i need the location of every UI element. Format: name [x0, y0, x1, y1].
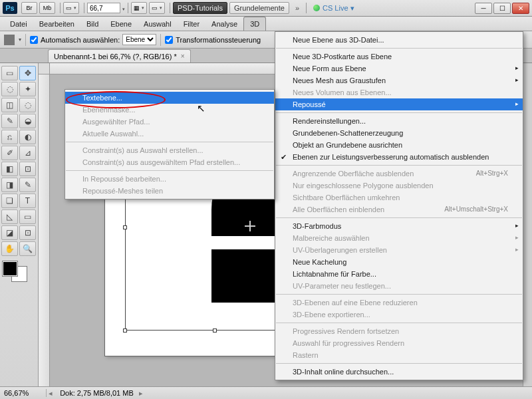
tool-4[interactable]: ◫: [1, 98, 18, 112]
menu-item-auswahl-f-r-progressives-rendern: Auswahl für progressives Rendern: [275, 337, 523, 349]
tool-9[interactable]: ◐: [19, 130, 36, 144]
overflow-icon[interactable]: »: [295, 4, 299, 12]
menubar: DateiBearbeitenBildEbeneAuswahlFilterAna…: [0, 17, 532, 31]
right-dock[interactable]: [523, 63, 532, 386]
zoom-field[interactable]: 66,7: [87, 3, 120, 13]
close-button[interactable]: ✕: [512, 3, 529, 14]
tool-18[interactable]: ◺: [1, 209, 18, 224]
menu-item-rendereinstellungen[interactable]: Rendereinstellungen...: [275, 115, 523, 127]
menu-item-neue-3d-postkarte-aus-ebene[interactable]: Neue 3D-Postkarte aus Ebene: [275, 51, 523, 63]
menu-item-nur-eingeschlossene-polygone-ausblenden: Nur eingeschlossene Polygone ausblenden: [275, 180, 523, 192]
chevron-down-icon[interactable]: ▾: [19, 37, 21, 43]
status-doc-size[interactable]: Dok: 2,75 MB/8,01 MB: [55, 389, 139, 397]
tool-6[interactable]: ✎: [1, 114, 18, 128]
menu-item-malbereiche-ausw-hlen: Malbereiche auswählen: [275, 232, 523, 244]
auto-select-checkbox[interactable]: [30, 36, 38, 44]
maximize-button[interactable]: ☐: [493, 3, 511, 14]
menu-item-ebenenmaske: Ebenenmaske...: [65, 104, 274, 116]
transform-controls-option[interactable]: Transformationssteuerung: [165, 36, 261, 44]
tool-12[interactable]: ◧: [1, 162, 18, 176]
tool-1[interactable]: ✥: [19, 66, 36, 80]
menu-item-neues-volumen-aus-ebenen: Neues Volumen aus Ebenen...: [275, 86, 523, 98]
tool-19[interactable]: ▭: [19, 209, 36, 224]
ruler-vertical: [39, 74, 50, 386]
tool-5[interactable]: ◌: [19, 98, 36, 112]
chevron-left-icon[interactable]: ◂: [47, 389, 55, 398]
tool-23[interactable]: 🔍: [19, 241, 36, 256]
menu-item-objekt-an-grundebene-ausrichten[interactable]: Objekt an Grundebene ausrichten: [275, 139, 523, 151]
menu-item-lichtabnahme-f-r-farbe[interactable]: Lichtabnahme für Farbe...: [275, 268, 523, 280]
menu-3d-dropdown: Neue Ebene aus 3D-Datei...Neue 3D-Postka…: [275, 31, 523, 380]
auto-select-dropdown[interactable]: Ebene: [122, 34, 156, 45]
tool-15[interactable]: ✎: [19, 178, 36, 192]
tool-13[interactable]: ⊡: [19, 162, 36, 176]
menu-item-3d-ebene-exportieren: 3D-Ebene exportieren...: [275, 309, 523, 321]
menu-item-grundebenen-schattenerzeugung[interactable]: Grundebenen-Schattenerzeugung: [275, 127, 523, 139]
cs-live-button[interactable]: CS Live ▾: [313, 4, 354, 13]
tool-22[interactable]: ✋: [1, 241, 18, 256]
menu-item-angrenzende-oberfl-che-ausblenden: Angrenzende Oberfläche ausblendenAlt+Str…: [275, 168, 523, 180]
minibridge-button[interactable]: Mb: [39, 2, 55, 14]
move-tool-icon: [4, 35, 15, 45]
menu-item-uv-parameter-neu-festlegen: UV-Parameter neu festlegen...: [275, 280, 523, 292]
menu-datei[interactable]: Datei: [4, 17, 33, 31]
psd-tutorials-button[interactable]: PSD-Tutorials: [173, 2, 227, 14]
menu-auswahl[interactable]: Auswahl: [138, 17, 178, 31]
menu-analyse[interactable]: Analyse: [205, 17, 243, 31]
menu-item-3d-farbmodus[interactable]: 3D-Farbmodus: [275, 220, 523, 232]
tool-20[interactable]: ◪: [1, 225, 18, 240]
menu-item-3d-inhalt-online-durchsuchen[interactable]: 3D-Inhalt online durchsuchen...: [275, 366, 523, 378]
menu-3d[interactable]: 3D: [243, 17, 266, 31]
tool-0[interactable]: ▭: [1, 66, 18, 80]
menu-item-constraint-s-aus-auswahl-erstellen: Constraint(s) aus Auswahl erstellen...: [65, 144, 274, 156]
tool-7[interactable]: ◒: [19, 114, 36, 128]
menu-item-rastern: Rastern: [275, 349, 523, 361]
menu-item-alle-oberfl-chen-einblenden: Alle Oberflächen einblendenAlt+Umschalt+…: [275, 203, 523, 215]
screen-mode-button[interactable]: ▭: [149, 2, 165, 14]
tool-11[interactable]: ⊿: [19, 146, 36, 160]
tool-21[interactable]: ⊡: [19, 225, 36, 240]
view-mode-button[interactable]: ▭: [63, 2, 79, 14]
menu-filter[interactable]: Filter: [178, 17, 205, 31]
menu-item-ebenen-zur-leistungsverbesserung-automatisch-ausblenden[interactable]: Ebenen zur Leistungsverbesserung automat…: [275, 151, 523, 163]
close-icon[interactable]: ×: [181, 53, 185, 60]
tool-3[interactable]: ✦: [19, 82, 36, 96]
color-swatches[interactable]: [1, 260, 28, 283]
transform-checkbox[interactable]: [165, 36, 173, 44]
menu-bearbeiten[interactable]: Bearbeiten: [33, 17, 80, 31]
menu-item-neue-kachelung[interactable]: Neue Kachelung: [275, 256, 523, 268]
menu-item-textebene[interactable]: Textebene...: [65, 92, 274, 104]
menu-bild[interactable]: Bild: [80, 17, 104, 31]
menu-ebene[interactable]: Ebene: [104, 17, 138, 31]
menu-item-constraint-s-aus-ausgew-hltem-pfad-erstellen: Constraint(s) aus ausgewähltem Pfad erst…: [65, 156, 274, 168]
document-tab-title: Unbenannt-1 bei 66,7% (?, RGB/16) *: [54, 53, 177, 61]
menu-item-neue-ebene-aus-3d-datei[interactable]: Neue Ebene aus 3D-Datei...: [275, 34, 523, 46]
arrange-docs-button[interactable]: ▦: [131, 2, 147, 14]
auto-select-label: Automatisch auswählen:: [41, 36, 120, 44]
menu-item-repouss-meshes-teilen: Repoussé-Meshes teilen: [65, 185, 274, 197]
minimize-button[interactable]: ─: [475, 3, 492, 14]
status-zoom[interactable]: 66,67%: [0, 389, 47, 397]
tool-2[interactable]: ◌: [1, 82, 18, 96]
auto-select-option[interactable]: Automatisch auswählen: Ebene: [30, 34, 156, 45]
document-tab[interactable]: Unbenannt-1 bei 66,7% (?, RGB/16) * ×: [48, 49, 191, 63]
tool-14[interactable]: ◨: [1, 178, 18, 192]
toolbox: ▭✥◌✦◫◌✎◒⎌◐✐⊿◧⊡◨✎❏T◺▭◪⊡✋🔍: [0, 63, 39, 386]
menu-item-neues-mesh-aus-graustufen[interactable]: Neues Mesh aus Graustufen: [275, 74, 523, 86]
transform-label: Transformationssteuerung: [176, 36, 261, 44]
bridge-button[interactable]: Br: [21, 2, 37, 14]
menu-item-sichtbare-oberfl-chen-umkehren: Sichtbare Oberflächen umkehren: [275, 192, 523, 203]
fg-color-swatch[interactable]: [3, 261, 17, 276]
cursor-icon: ↖: [197, 102, 205, 114]
tool-8[interactable]: ⎌: [1, 130, 18, 144]
menu-item-neue-form-aus-ebene[interactable]: Neue Form aus Ebene: [275, 63, 523, 74]
chevron-right-icon[interactable]: ▸: [139, 389, 143, 398]
zoom-dropdown-icon[interactable]: [120, 4, 125, 12]
tool-16[interactable]: ❏: [1, 194, 18, 208]
menu-item-uv-berlagerungen-erstellen: UV-Überlagerungen erstellen: [275, 244, 523, 256]
tool-10[interactable]: ✐: [1, 146, 18, 160]
ruler-corner: [39, 63, 50, 74]
grundelemente-button[interactable]: Grundelemente: [229, 2, 289, 14]
tool-17[interactable]: T: [19, 194, 36, 208]
menu-item-repouss[interactable]: Repoussé: [275, 98, 523, 110]
